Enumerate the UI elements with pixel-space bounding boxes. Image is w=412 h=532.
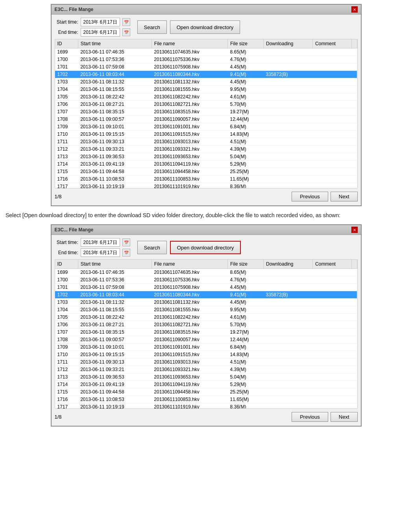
table-header-2: ID Start time File name File size Downlo… <box>55 260 357 269</box>
page-info-2: 1/8 <box>55 414 62 420</box>
table-body-2: 16992013-06-11 07:46:3520130611074635.hk… <box>55 269 357 409</box>
col-downloading-2: Downloading <box>264 260 313 269</box>
top-controls-1: Start time: 📅 End time: 📅 Search Open do… <box>55 18 358 37</box>
action-buttons-1: Search Open download directory <box>137 20 240 34</box>
table-row[interactable]: 17102013-06-11 09:15:1520130611091515.hk… <box>55 351 357 358</box>
table-row[interactable]: 17072013-06-11 08:35:1520130611083515.hk… <box>55 108 357 116</box>
dialog-title-1: E3C... File Mange <box>55 7 94 12</box>
start-date-input-1[interactable] <box>81 18 120 26</box>
start-date-input-2[interactable] <box>81 238 120 247</box>
scrollbar-col-2 <box>351 260 357 269</box>
prev-button-1[interactable]: Previous <box>292 192 328 201</box>
table-row[interactable]: 17162013-06-11 10:08:5320130611100853.hk… <box>55 175 357 183</box>
table-row[interactable]: 17122013-06-11 09:33:2120130611093321.hk… <box>55 146 357 153</box>
col-filename-1: File name <box>151 39 227 48</box>
table-row[interactable]: 17022013-06-11 08:03:4420130611080344.hk… <box>55 291 357 299</box>
open-dir-button-2[interactable]: Open download directory <box>170 241 241 254</box>
start-calendar-btn-1[interactable]: 📅 <box>122 18 130 26</box>
table-row[interactable]: 17152013-06-11 09:44:5820130611094458.hk… <box>55 388 357 396</box>
table-row[interactable]: 17152013-06-11 09:44:5820130611094458.hk… <box>55 168 357 175</box>
col-id-2: ID <box>55 260 78 269</box>
table-row[interactable]: 17172013-06-11 10:19:1920130611101919.hk… <box>55 183 357 189</box>
table-row[interactable]: 17012013-06-11 07:59:0820130611075908.hk… <box>55 63 357 71</box>
table-header-1: ID Start time File name File size Downlo… <box>55 39 357 48</box>
page-info-1: 1/8 <box>55 194 62 200</box>
table-row[interactable]: 17172013-06-11 10:19:1920130611101919.hk… <box>55 403 357 409</box>
table-row[interactable]: 17082013-06-11 09:00:5720130611090057.hk… <box>55 116 357 123</box>
end-label-1: End time: <box>55 30 78 35</box>
end-label-2: End time: <box>55 250 78 255</box>
table-row[interactable]: 16992013-06-11 07:46:3520130611074635.hk… <box>55 269 357 276</box>
bottom-bar-1: 1/8 Previous Next <box>55 191 358 202</box>
table-row[interactable]: 17042013-06-11 08:15:5520130611081555.hk… <box>55 306 357 314</box>
search-button-2[interactable]: Search <box>137 241 167 254</box>
table-row[interactable]: 17042013-06-11 08:15:5520130611081555.hk… <box>55 86 357 93</box>
dialog-content-1: Start time: 📅 End time: 📅 Search Open do… <box>52 15 361 205</box>
start-label-1: Start time: <box>55 19 78 25</box>
next-button-1[interactable]: Next <box>331 192 358 201</box>
time-row-2: Start time: 📅 End time: 📅 <box>55 238 130 257</box>
col-size-1: File size <box>228 39 264 48</box>
col-downloading-1: Downloading <box>264 39 313 48</box>
dialog-1: E3C... File Mange ✕ Start time: 📅 End ti… <box>51 4 362 206</box>
table-row[interactable]: 17022013-06-11 08:03:4420130611080344.hk… <box>55 71 357 78</box>
open-dir-button-1[interactable]: Open download directory <box>170 20 240 34</box>
description-text: Select [Open download directory] to ente… <box>6 211 406 220</box>
table-row[interactable]: 17012013-06-11 07:59:0820130611075908.hk… <box>55 284 357 291</box>
table-row[interactable]: 17032013-06-11 08:11:3220130611081132.hk… <box>55 78 357 86</box>
col-comment-1: Comment <box>312 39 351 48</box>
table-row[interactable]: 17122013-06-11 09:33:2120130611093321.hk… <box>55 366 357 373</box>
end-date-input-2[interactable] <box>81 248 120 257</box>
search-button-1[interactable]: Search <box>137 20 167 34</box>
table-row[interactable]: 17062013-06-11 08:27:2120130611082721.hk… <box>55 321 357 329</box>
start-calendar-btn-2[interactable]: 📅 <box>122 238 130 246</box>
table-row[interactable]: 17052013-06-11 08:22:4220130611082242.hk… <box>55 93 357 101</box>
start-label-2: Start time: <box>55 240 78 245</box>
file-table-1: ID Start time File name File size Downlo… <box>55 39 358 188</box>
next-button-2[interactable]: Next <box>331 412 358 422</box>
table-row[interactable]: 17132013-06-11 09:36:5320130611093653.hk… <box>55 373 357 381</box>
table-row[interactable]: 17112013-06-11 09:30:1320130611093013.hk… <box>55 138 357 146</box>
col-comment-2: Comment <box>312 260 351 269</box>
table-row[interactable]: 17092013-06-11 09:10:0120130611091001.hk… <box>55 344 357 351</box>
table-body-1: 16992013-06-11 07:46:3520130611074635.hk… <box>55 48 357 189</box>
table-row[interactable]: 17132013-06-11 09:36:5320130611093653.hk… <box>55 153 357 161</box>
end-time-row-2: End time: 📅 <box>55 248 130 257</box>
top-controls-2: Start time: 📅 End time: 📅 Search Open do… <box>55 238 358 257</box>
table-row[interactable]: 17102013-06-11 09:15:1520130611091515.hk… <box>55 131 357 138</box>
bottom-bar-2: 1/8 Previous Next <box>55 411 358 423</box>
end-calendar-btn-2[interactable]: 📅 <box>122 249 130 257</box>
close-button-1[interactable]: ✕ <box>351 6 358 13</box>
nav-buttons-1: Previous Next <box>292 192 357 201</box>
scrollbar-col-1 <box>351 39 357 48</box>
col-id-1: ID <box>55 39 78 48</box>
end-time-row-1: End time: 📅 <box>55 28 130 37</box>
col-start-2: Start time <box>78 260 151 269</box>
close-button-2[interactable]: ✕ <box>351 227 358 233</box>
time-row-1: Start time: 📅 End time: 📅 <box>55 18 130 37</box>
action-buttons-2: Search Open download directory <box>137 241 241 254</box>
dialog-content-2: Start time: 📅 End time: 📅 Search Open do… <box>52 235 361 426</box>
end-calendar-btn-1[interactable]: 📅 <box>122 28 130 36</box>
table-row[interactable]: 17062013-06-11 08:27:2120130611082721.hk… <box>55 101 357 108</box>
col-size-2: File size <box>228 260 264 269</box>
dialog-2: E3C... File Mange ✕ Start time: 📅 End ti… <box>51 224 362 427</box>
col-filename-2: File name <box>151 260 227 269</box>
table-row[interactable]: 17002013-06-11 07:53:3620130611075336.hk… <box>55 56 357 63</box>
table-row[interactable]: 17092013-06-11 09:10:0120130611091001.hk… <box>55 123 357 131</box>
table-row[interactable]: 17052013-06-11 08:22:4220130611082242.hk… <box>55 314 357 321</box>
table-row[interactable]: 17082013-06-11 09:00:5720130611090057.hk… <box>55 336 357 344</box>
table-row[interactable]: 17142013-06-11 09:41:1920130611094119.hk… <box>55 161 357 168</box>
table-row[interactable]: 17112013-06-11 09:30:1320130611093013.hk… <box>55 358 357 366</box>
table-row[interactable]: 17162013-06-11 10:08:5320130611100853.hk… <box>55 396 357 403</box>
table-row[interactable]: 17002013-06-11 07:53:3620130611075336.hk… <box>55 276 357 284</box>
table-row[interactable]: 17142013-06-11 09:41:1920130611094119.hk… <box>55 381 357 388</box>
end-date-input-1[interactable] <box>81 28 120 37</box>
table-row[interactable]: 16992013-06-11 07:46:3520130611074635.hk… <box>55 48 357 56</box>
start-time-row-1: Start time: 📅 <box>55 18 130 26</box>
table-row[interactable]: 17072013-06-11 08:35:1520130611083515.hk… <box>55 329 357 336</box>
start-time-row-2: Start time: 📅 <box>55 238 130 247</box>
titlebar-2: E3C... File Mange ✕ <box>52 225 361 235</box>
table-row[interactable]: 17032013-06-11 08:11:3220130611081132.hk… <box>55 299 357 306</box>
prev-button-2[interactable]: Previous <box>292 412 328 422</box>
